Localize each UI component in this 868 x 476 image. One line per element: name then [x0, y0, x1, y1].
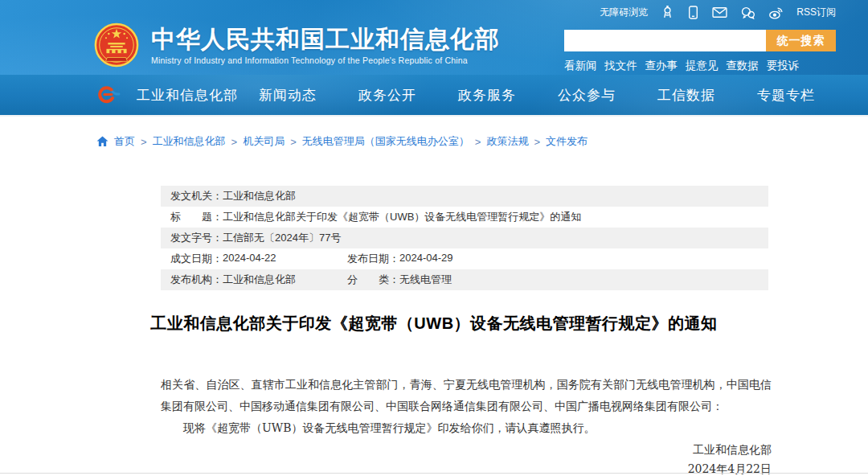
- meta-value: 工信部无〔2024年〕77号: [223, 231, 341, 245]
- meta-cell: 发文字号： 工信部无〔2024年〕77号: [170, 231, 341, 245]
- document-signature: 工业和信息化部: [161, 441, 772, 458]
- nav-item-gov-service[interactable]: 政务服务: [437, 86, 537, 105]
- brand-text: 中华人民共和国工业和信息化部 Ministry of Industry and …: [151, 26, 500, 65]
- document-title: 工业和信息化部关于印发《超宽带（UWB）设备无线电管理暂行规定》的通知: [0, 313, 868, 334]
- meta-cell: 成文日期： 2024-04-22: [170, 252, 347, 266]
- breadcrumb-separator: >: [290, 136, 297, 148]
- nav-item-news[interactable]: 新闻动态: [238, 86, 338, 105]
- breadcrumb-publications[interactable]: 文件发布: [546, 134, 588, 149]
- mail-icon[interactable]: [712, 6, 727, 18]
- nav-items: 工业和信息化部 新闻动态 政务公开 政务服务 公众参与 工信数据 专题专栏: [137, 86, 836, 105]
- site-title: 中华人民共和国工业和信息化部: [151, 26, 500, 53]
- meta-label: 成文日期：: [170, 252, 223, 266]
- meta-label: 发布机构：: [170, 273, 223, 287]
- meta-label: 发布日期：: [347, 252, 399, 266]
- nav-item-topics[interactable]: 专题专栏: [736, 86, 836, 105]
- document-meta-table: 发文机关： 工业和信息化部 标 题： 工业和信息化部关于印发《超宽带（UWB）设…: [161, 186, 768, 290]
- nav-item-participation[interactable]: 公众参与: [537, 86, 637, 105]
- meta-value: 工业和信息化部关于印发《超宽带（UWB）设备无线电管理暂行规定》的通知: [223, 210, 581, 224]
- document-body: 相关省、自治区、直辖市工业和信息化主管部门，青海、宁夏无线电管理机构，国务院有关…: [161, 374, 772, 476]
- breadcrumb-departments[interactable]: 机关司局: [243, 134, 285, 149]
- meta-cell: 标 题： 工业和信息化部关于印发《超宽带（UWB）设备无线电管理暂行规定》的通知: [170, 210, 581, 224]
- quick-link-services[interactable]: 查办事: [645, 59, 678, 73]
- meta-row-title: 标 题： 工业和信息化部关于印发《超宽带（UWB）设备无线电管理暂行规定》的通知: [161, 207, 768, 228]
- quick-link-data[interactable]: 查数据: [726, 59, 759, 73]
- mascot-icon[interactable]: [661, 6, 674, 19]
- nav-item-data[interactable]: 工信数据: [637, 86, 736, 105]
- search-quick-links: 看新闻 找文件 查办事 提意见 查数据 要投诉: [564, 59, 799, 73]
- nav-item-miit[interactable]: 工业和信息化部: [137, 86, 238, 105]
- breadcrumb-separator: >: [231, 136, 238, 148]
- utility-bar: 无障碍浏览: [600, 6, 836, 19]
- national-emblem-icon: [93, 22, 140, 68]
- meta-cell: 发布日期： 2024-04-29: [347, 252, 453, 266]
- meta-cell: 分 类： 无线电管理: [347, 273, 452, 287]
- document-paragraph: 现将《超宽带（UWB）设备无线电管理暂行规定》印发给你们，请认真遵照执行。: [161, 417, 772, 438]
- weibo-icon[interactable]: [768, 6, 784, 19]
- meta-row-doc-number: 发文字号： 工信部无〔2024年〕77号: [161, 228, 768, 248]
- breadcrumb-policy[interactable]: 政策法规: [486, 134, 528, 149]
- rss-link[interactable]: RSS订阅: [796, 6, 836, 19]
- breadcrumb-home[interactable]: 首页: [114, 134, 135, 149]
- bottom-divider: [0, 473, 868, 474]
- main-nav: 工业和信息化部 新闻动态 政务公开 政务服务 公众参与 工信数据 专题专栏: [0, 75, 868, 115]
- site-brand[interactable]: 中华人民共和国工业和信息化部 Ministry of Industry and …: [93, 22, 500, 68]
- meta-label: 发文机关：: [170, 189, 223, 203]
- quick-link-files[interactable]: 找文件: [604, 59, 637, 73]
- search-input[interactable]: [564, 30, 766, 51]
- search-area: 统一搜索 看新闻 找文件 查办事 提意见 查数据 要投诉: [564, 30, 836, 73]
- breadcrumb-radio-bureau[interactable]: 无线电管理局（国家无线电办公室）: [302, 134, 469, 149]
- quick-link-news[interactable]: 看新闻: [564, 59, 597, 73]
- breadcrumb-separator: >: [141, 136, 147, 148]
- site-subtitle: Ministry of Industry and Information Tec…: [151, 55, 500, 65]
- site-banner: 无障碍浏览: [0, 0, 868, 115]
- meta-cell: 发文机关： 工业和信息化部: [170, 189, 296, 203]
- meta-row-dates: 成文日期： 2024-04-22 发布日期： 2024-04-29: [161, 248, 768, 269]
- document-paragraph: 相关省、自治区、直辖市工业和信息化主管部门，青海、宁夏无线电管理机构，国务院有关…: [161, 374, 772, 417]
- search-button[interactable]: 统一搜索: [766, 30, 836, 51]
- page-content: 首页 > 工业和信息化部 > 机关司局 > 无线电管理局（国家无线电办公室） >…: [0, 115, 868, 476]
- breadcrumb: 首页 > 工业和信息化部 > 机关司局 > 无线电管理局（国家无线电办公室） >…: [96, 134, 868, 149]
- nav-item-gov-open[interactable]: 政务公开: [338, 86, 437, 105]
- meta-label: 分 类：: [347, 273, 399, 287]
- meta-row-publisher-category: 发布机构： 工业和信息化部 分 类： 无线电管理: [161, 269, 768, 290]
- meta-cell: 发布机构： 工业和信息化部: [170, 273, 347, 287]
- breadcrumb-separator: >: [475, 136, 481, 148]
- wechat-icon[interactable]: [740, 6, 755, 19]
- quick-link-suggest[interactable]: 提意见: [686, 59, 719, 73]
- meta-label: 发文字号：: [170, 231, 223, 245]
- meta-value: 无线电管理: [399, 273, 452, 287]
- breadcrumb-miit[interactable]: 工业和信息化部: [153, 134, 226, 149]
- meta-value: 工业和信息化部: [223, 189, 296, 203]
- document-date: 2024年4月22日: [161, 461, 772, 476]
- meta-row-issuing-authority: 发文机关： 工业和信息化部: [161, 186, 768, 207]
- home-icon[interactable]: [96, 136, 108, 147]
- meta-label: 标 题：: [170, 210, 223, 224]
- meta-value: 2024-04-22: [223, 252, 276, 266]
- meta-value: 工业和信息化部: [223, 273, 296, 287]
- breadcrumb-separator: >: [534, 136, 540, 148]
- miit-logo-icon[interactable]: [95, 84, 121, 106]
- accessibility-link[interactable]: 无障碍浏览: [600, 6, 648, 19]
- quick-link-complaint[interactable]: 要投诉: [766, 59, 799, 73]
- mobile-icon[interactable]: [687, 6, 699, 19]
- meta-value: 2024-04-29: [399, 252, 453, 266]
